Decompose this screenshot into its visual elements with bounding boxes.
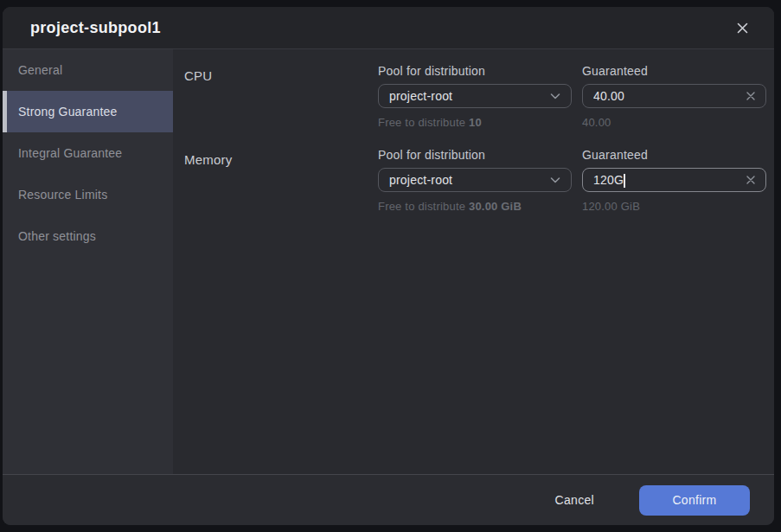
modal-title: project-subpool1 xyxy=(30,19,732,37)
sidebar-item-label: Strong Guarantee xyxy=(18,105,118,119)
guaranteed-label: Guaranteed xyxy=(582,64,766,78)
select-value: project-root xyxy=(389,89,548,103)
memory-guaranteed-input[interactable] xyxy=(593,173,745,187)
close-icon xyxy=(735,21,750,35)
cpu-guaranteed-field: Guaranteed 40.00 xyxy=(582,64,766,129)
cpu-resource-label: CPU xyxy=(184,64,378,129)
confirm-button[interactable]: Confirm xyxy=(639,485,750,516)
pool-for-distribution-label: Pool for distribution xyxy=(378,148,572,162)
memory-free-to-distribute-hint: Free to distribute 30.00 GiB xyxy=(378,200,572,213)
memory-guaranteed-hint: 120.00 GiB xyxy=(582,200,766,213)
modal-project-subpool1: project-subpool1 General Strong Guarante… xyxy=(3,7,774,525)
memory-guaranteed-control[interactable] xyxy=(582,168,766,192)
cpu-pool-field: Pool for distribution project-root Free … xyxy=(378,64,582,129)
sidebar-item-resource-limits[interactable]: Resource Limits xyxy=(3,174,173,215)
chevron-down-icon xyxy=(548,89,562,103)
clear-icon[interactable] xyxy=(745,90,757,102)
sidebar-item-label: Integral Guarantee xyxy=(18,146,122,160)
memory-pool-field: Pool for distribution project-root Free … xyxy=(378,148,582,213)
sidebar-item-label: Resource Limits xyxy=(18,188,107,202)
sidebar-item-other-settings[interactable]: Other settings xyxy=(3,215,173,257)
memory-pool-select[interactable]: project-root xyxy=(378,168,572,192)
modal-header: project-subpool1 xyxy=(3,7,774,49)
close-button[interactable] xyxy=(732,17,753,39)
selected-indicator xyxy=(3,91,7,132)
hint-value: 30.00 GiB xyxy=(469,200,522,213)
hint-value: 10 xyxy=(469,116,482,129)
cancel-button[interactable]: Cancel xyxy=(555,493,594,507)
sidebar: General Strong Guarantee Integral Guaran… xyxy=(3,49,173,474)
modal-footer: Cancel Confirm xyxy=(3,474,774,525)
page-background: project-subpool1 General Strong Guarante… xyxy=(0,0,781,532)
memory-guaranteed-field: Guaranteed 120.00 GiB xyxy=(582,148,766,213)
sidebar-item-general[interactable]: General xyxy=(3,49,173,91)
cpu-guaranteed-hint: 40.00 xyxy=(582,116,766,129)
content-panel: CPU Pool for distribution project-root xyxy=(173,49,774,474)
cpu-guaranteed-input[interactable] xyxy=(593,89,745,103)
cpu-free-to-distribute-hint: Free to distribute 10 xyxy=(378,116,572,129)
cpu-guaranteed-control[interactable] xyxy=(582,84,766,108)
sidebar-item-strong-guarantee[interactable]: Strong Guarantee xyxy=(3,91,173,132)
sidebar-item-integral-guarantee[interactable]: Integral Guarantee xyxy=(3,132,173,174)
memory-resource-label: Memory xyxy=(184,148,378,213)
hint-text: Free to distribute xyxy=(378,200,465,213)
pool-for-distribution-label: Pool for distribution xyxy=(378,64,572,78)
cpu-row: CPU Pool for distribution project-root xyxy=(184,64,766,129)
chevron-down-icon xyxy=(548,173,562,187)
sidebar-item-label: General xyxy=(18,63,62,77)
guaranteed-label: Guaranteed xyxy=(582,148,766,162)
memory-row: Memory Pool for distribution project-roo… xyxy=(184,148,766,213)
text-cursor xyxy=(624,174,625,188)
modal-body: General Strong Guarantee Integral Guaran… xyxy=(3,49,774,474)
hint-text: Free to distribute xyxy=(378,116,465,129)
cpu-pool-select[interactable]: project-root xyxy=(378,84,572,108)
clear-icon[interactable] xyxy=(745,174,757,186)
select-value: project-root xyxy=(389,173,548,187)
sidebar-item-label: Other settings xyxy=(18,229,96,243)
